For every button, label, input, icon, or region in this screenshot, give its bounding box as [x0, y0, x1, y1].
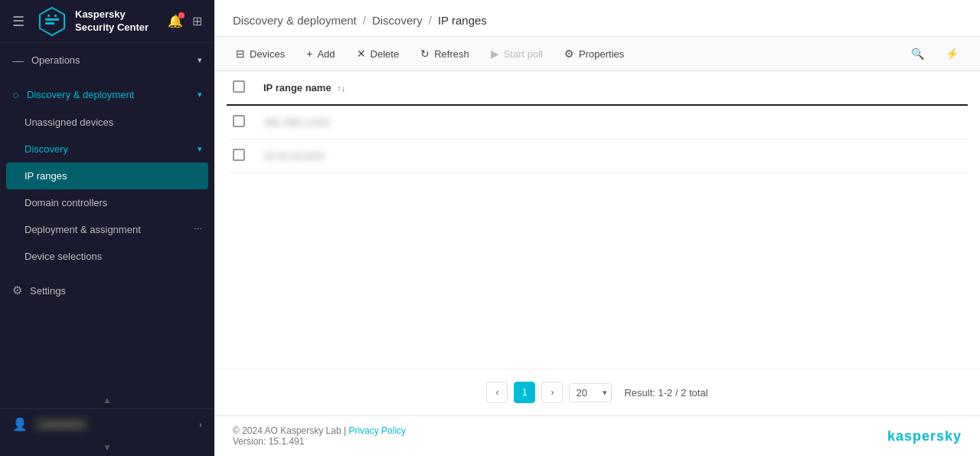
- sidebar-item-label: IP ranges: [24, 170, 67, 182]
- add-icon: +: [306, 48, 312, 60]
- add-button[interactable]: + Add: [297, 43, 344, 64]
- devices-button[interactable]: ⊟ Devices: [227, 43, 294, 64]
- devices-label: Devices: [250, 48, 285, 60]
- chevron-down-icon: ▾: [198, 55, 202, 65]
- ip-ranges-table: IP range name ↑↓ 192.168.1.0/24: [227, 71, 968, 173]
- privacy-policy-link[interactable]: Privacy Policy: [348, 425, 406, 436]
- properties-button[interactable]: ⚙ Properties: [555, 43, 633, 64]
- refresh-button[interactable]: ↻ Refresh: [411, 43, 479, 64]
- breadcrumb-ip-ranges: IP ranges: [438, 14, 487, 27]
- result-count: Result: 1-2 / 2 total: [624, 387, 707, 399]
- sidebar-nav: — Operations ▾ ○ Discovery & deployment …: [0, 43, 214, 392]
- start-poll-label: Start poll: [504, 48, 543, 60]
- toolbar: ⊟ Devices + Add ✕ Delete ↻ Refresh ▶ Sta…: [214, 37, 980, 71]
- sidebar-item-discovery-deployment[interactable]: ○ Discovery & deployment ▾: [0, 80, 214, 109]
- per-page-select[interactable]: 10 20 50 100: [569, 383, 612, 402]
- kaspersky-logo: kaspersky: [887, 428, 962, 445]
- pagination: ‹ 1 › 10 20 50 100 Result: 1-2 / 2 total: [214, 369, 980, 415]
- breadcrumb-discovery-deployment[interactable]: Discovery & deployment: [233, 14, 357, 27]
- logo-area: Kaspersky Security Center: [37, 6, 149, 37]
- ip-range-value: 10.10.10.0/24: [263, 150, 325, 162]
- row-checkbox[interactable]: [233, 149, 245, 161]
- table-row[interactable]: 192.168.1.0/24: [227, 105, 968, 139]
- per-page-select-wrap[interactable]: 10 20 50 100: [569, 383, 612, 402]
- delete-button[interactable]: ✕ Delete: [348, 43, 409, 64]
- version-text: Version: 15.1.491: [233, 436, 304, 447]
- copyright-text: © 2024 AO Kaspersky Lab |: [233, 425, 346, 436]
- add-label: Add: [317, 48, 335, 60]
- sidebar-item-settings[interactable]: ⚙ Settings: [0, 276, 214, 305]
- app-logo: [37, 6, 67, 37]
- username-display: username: [35, 418, 88, 431]
- delete-label: Delete: [371, 48, 400, 60]
- sidebar-item-operations[interactable]: — Operations ▾: [0, 46, 214, 74]
- refresh-icon: ↻: [420, 48, 430, 60]
- filter-button[interactable]: ⚡: [936, 43, 968, 64]
- sidebar-item-label: Operations: [31, 54, 80, 66]
- refresh-label: Refresh: [434, 48, 469, 60]
- scroll-controls: ▲: [0, 392, 214, 408]
- sidebar-item-domain-controllers[interactable]: Domain controllers: [0, 189, 214, 216]
- discovery-icon: ○: [12, 88, 19, 101]
- select-all-header[interactable]: [227, 71, 257, 105]
- sidebar-item-unassigned-devices[interactable]: Unassigned devices: [0, 109, 214, 136]
- svg-rect-2: [45, 22, 54, 25]
- operations-icon: —: [12, 54, 24, 67]
- row-checkbox[interactable]: [233, 115, 245, 127]
- scroll-down-icon[interactable]: ▼: [103, 442, 112, 453]
- scroll-up-icon[interactable]: ▲: [103, 395, 112, 405]
- sidebar-item-label: Unassigned devices: [24, 116, 113, 128]
- sidebar-item-label: Domain controllers: [24, 197, 107, 208]
- filter-icon: ⚡: [946, 48, 959, 60]
- sidebar: ☰ Kaspersky Security Center 🔔 ⊞: [0, 0, 214, 456]
- breadcrumb-discovery[interactable]: Discovery: [372, 14, 423, 27]
- table-row[interactable]: 10.10.10.0/24: [227, 139, 968, 173]
- scroll-down-area: ▼: [0, 439, 214, 456]
- prev-page-button[interactable]: ‹: [486, 382, 508, 403]
- page-number: 1: [522, 387, 528, 398]
- notification-icon[interactable]: 🔔: [168, 14, 183, 28]
- properties-label: Properties: [579, 48, 624, 60]
- row-checkbox-cell[interactable]: [227, 105, 257, 139]
- sidebar-footer: 👤 username ›: [0, 408, 214, 439]
- sidebar-item-deployment-assignment[interactable]: Deployment & assignment ⋯: [0, 216, 214, 243]
- sidebar-item-label: Deployment & assignment: [24, 224, 141, 235]
- svg-rect-1: [45, 18, 59, 21]
- sidebar-item-device-selections[interactable]: Device selections: [0, 243, 214, 270]
- select-all-checkbox[interactable]: [233, 80, 245, 93]
- sidebar-item-label: Settings: [30, 285, 66, 297]
- start-poll-button[interactable]: ▶ Start poll: [482, 43, 552, 64]
- page-footer: © 2024 AO Kaspersky Lab | Privacy Policy…: [214, 415, 980, 456]
- table-header-row: IP range name ↑↓: [227, 71, 968, 105]
- ip-range-value: 192.168.1.0/24: [263, 116, 330, 128]
- toolbar-right: 🔍 ⚡: [902, 43, 968, 64]
- svg-rect-4: [54, 15, 57, 17]
- svg-marker-0: [40, 8, 64, 35]
- play-icon: ▶: [491, 48, 499, 60]
- hamburger-icon[interactable]: ☰: [12, 13, 24, 30]
- nav-section-settings: ⚙ Settings: [0, 273, 214, 308]
- page-1-button[interactable]: 1: [514, 382, 535, 403]
- nav-section-discovery: ○ Discovery & deployment ▾ Unassigned de…: [0, 77, 214, 273]
- ip-range-name-cell: 192.168.1.0/24: [257, 105, 968, 139]
- search-button[interactable]: 🔍: [902, 43, 933, 64]
- table-container: IP range name ↑↓ 192.168.1.0/24: [214, 71, 980, 369]
- layout-icon[interactable]: ⊞: [192, 14, 202, 28]
- ip-range-name-header[interactable]: IP range name ↑↓: [257, 71, 968, 105]
- devices-icon: ⊟: [236, 48, 245, 60]
- next-icon: ›: [550, 387, 554, 398]
- sidebar-item-label: Discovery: [24, 143, 68, 155]
- user-chevron-icon[interactable]: ›: [199, 420, 202, 429]
- row-checkbox-cell[interactable]: [227, 139, 257, 173]
- sidebar-item-ip-ranges[interactable]: IP ranges: [6, 162, 208, 189]
- gear-icon: ⚙: [564, 48, 574, 60]
- next-page-button[interactable]: ›: [541, 382, 563, 403]
- breadcrumb-sep-2: /: [429, 14, 432, 27]
- search-icon: 🔍: [911, 48, 924, 60]
- settings-icon: ⚙: [12, 284, 22, 297]
- main-content: Discovery & deployment / Discovery / IP …: [214, 0, 980, 456]
- breadcrumb: Discovery & deployment / Discovery / IP …: [214, 0, 980, 37]
- sidebar-header: ☰ Kaspersky Security Center 🔔 ⊞: [0, 0, 214, 43]
- sidebar-item-discovery[interactable]: Discovery ▾: [0, 136, 214, 162]
- breadcrumb-sep-1: /: [363, 14, 366, 27]
